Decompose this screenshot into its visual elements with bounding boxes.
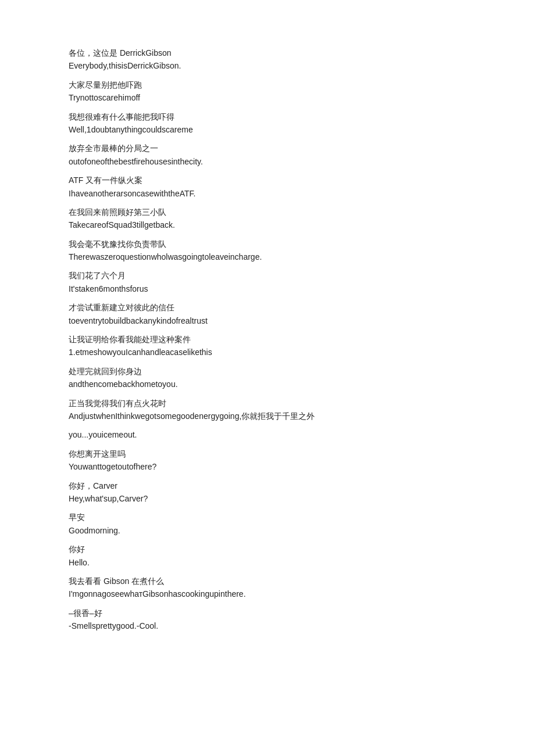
subtitle-pair: 各位，这位是 DerrickGibsonEverybody,thisisDerr… <box>69 46 466 73</box>
english-text: toeventrytobuildbackanykindofrealtrust <box>69 314 466 327</box>
subtitle-pair: 处理完就回到你身边andthencomebackhometoyou. <box>69 365 466 391</box>
english-text: Hello. <box>69 556 466 569</box>
english-text: It'staken6monthsforus <box>69 282 466 295</box>
chinese-text: 才尝试重新建立对彼此的信任 <box>69 301 466 314</box>
subtitle-pair: 你好Hello. <box>69 543 466 569</box>
english-text: TakecareofSquad3tillgetback. <box>69 218 466 231</box>
english-text: 1.etmeshowyouIcanhandleacaselikethis <box>69 346 466 359</box>
subtitle-pair: 你好，CarverHey,what'sup,Carver? <box>69 479 466 506</box>
chinese-text: 大家尽量别把他吓跑 <box>69 78 466 91</box>
subtitle-pair: 你想离开这里吗Youwanttogetoutofhere? <box>69 447 466 474</box>
chinese-text: 我会毫不犹豫找你负责带队 <box>69 238 466 250</box>
chinese-text: 正当我觉得我们有点火花时 <box>69 397 466 410</box>
chinese-text: 我想很难有什么事能把我吓得 <box>69 110 466 123</box>
english-text: Therewaszeroquestionwholwasgoingtoleavei… <box>69 250 466 263</box>
subtitle-pair: 早安Goodmorning. <box>69 511 466 537</box>
chinese-text: –很香–好 <box>69 607 466 619</box>
english-text: Trynottoscarehimoff <box>69 91 466 104</box>
english-text: Goodmorning. <box>69 524 466 537</box>
subtitle-pair: 我们花了六个月It'staken6monthsforus <box>69 269 466 295</box>
chinese-text: 让我证明给你看我能处理这种案件 <box>69 333 466 346</box>
chinese-text: 各位，这位是 DerrickGibson <box>69 46 466 59</box>
subtitle-pair: –很香–好-Smellsprettygood.-Cool. <box>69 607 466 633</box>
subtitle-pair: 我去看看 Gibson 在煮什么I'mgonnagoseewhатGibsonh… <box>69 575 466 601</box>
chinese-text: ATF 又有一件纵火案 <box>69 174 466 187</box>
subtitle-pair: 让我证明给你看我能处理这种案件1.etmeshowyouIcanhandleac… <box>69 333 466 359</box>
english-text: AndjustwhenIthinkwegotsomegoodenergygoin… <box>69 410 466 422</box>
subtitle-pair: you...youicemeout. <box>69 428 466 441</box>
subtitle-pair: 我会毫不犹豫找你负责带队Therewaszeroquestionwholwasg… <box>69 238 466 264</box>
chinese-text: 我们花了六个月 <box>69 269 466 282</box>
english-text: you...youicemeout. <box>69 428 466 441</box>
english-text: Youwanttogetoutofhere? <box>69 460 466 473</box>
english-text: Well,1doubtanythingcouldscareme <box>69 123 466 136</box>
english-text: Everybody,thisisDerrickGibson. <box>69 59 466 72</box>
english-text: -Smellsprettygood.-Cool. <box>69 619 466 632</box>
chinese-text: 你想离开这里吗 <box>69 447 466 460</box>
subtitle-pair: 在我回来前照顾好第三小队TakecareofSquad3tillgetback. <box>69 206 466 232</box>
chinese-text: 我去看看 Gibson 在煮什么 <box>69 575 466 587</box>
subtitle-pair: 放弃全市最棒的分局之一outofoneofthebestfirehousesin… <box>69 142 466 168</box>
chinese-text: 早安 <box>69 511 466 524</box>
subtitle-pair: 正当我觉得我们有点火花时AndjustwhenIthinkwegotsomego… <box>69 397 466 423</box>
chinese-text: 放弃全市最棒的分局之一 <box>69 142 466 155</box>
subtitle-pair: 我想很难有什么事能把我吓得Well,1doubtanythingcouldsca… <box>69 110 466 137</box>
chinese-text: 你好，Carver <box>69 479 466 492</box>
chinese-text: 处理完就回到你身边 <box>69 365 466 378</box>
subtitle-pair: 大家尽量别把他吓跑Trynottoscarehimoff <box>69 78 466 105</box>
english-text: outofoneofthebestfirehousesinthecity. <box>69 155 466 168</box>
english-text: andthencomebackhometoyou. <box>69 378 466 390</box>
english-text: Hey,what'sup,Carver? <box>69 492 466 505</box>
english-text: I'mgonnagoseewhатGibsonhascookingupinthe… <box>69 587 466 600</box>
subtitle-pair: 才尝试重新建立对彼此的信任toeventrytobuildbackanykind… <box>69 301 466 327</box>
chinese-text: 你好 <box>69 543 466 556</box>
chinese-text: 在我回来前照顾好第三小队 <box>69 206 466 218</box>
english-text: IhaveanotherarsoncasewiththeATF. <box>69 187 466 200</box>
subtitle-pair: ATF 又有一件纵火案IhaveanotherarsoncasewiththeA… <box>69 174 466 200</box>
subtitles-container: 各位，这位是 DerrickGibsonEverybody,thisisDerr… <box>69 46 466 632</box>
